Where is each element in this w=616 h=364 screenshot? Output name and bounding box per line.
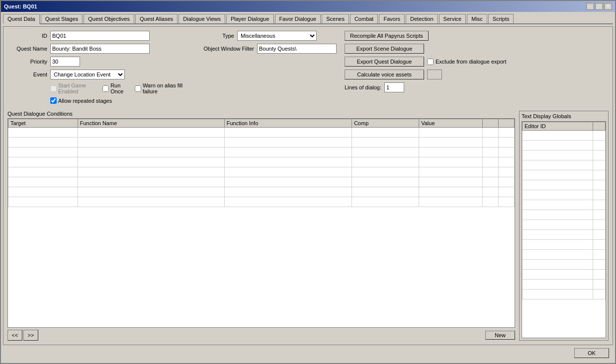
next-next-button[interactable]: >> bbox=[23, 330, 38, 341]
col-function-name: Function Name bbox=[78, 119, 224, 128]
start-game-enabled-item: Start Game Enabled bbox=[50, 82, 96, 94]
new-condition-button[interactable]: New bbox=[485, 331, 515, 340]
left-form: ID Quest Name Priority Eve bbox=[7, 31, 186, 107]
bottom-panel: Quest Dialogue Conditions Target Functio… bbox=[7, 111, 609, 341]
col-target: Target bbox=[8, 119, 78, 128]
table-row bbox=[8, 157, 515, 167]
table-row bbox=[8, 187, 515, 197]
export-scene-dialogue-button[interactable]: Export Scene Dialogue bbox=[345, 44, 424, 54]
type-row: Type Miscellaneous bbox=[194, 31, 337, 41]
title-bar: Quest: BQ01 ─ □ ✕ bbox=[1, 1, 615, 12]
allow-repeated-checkbox[interactable] bbox=[50, 97, 57, 104]
table-row bbox=[523, 230, 606, 240]
tab-scenes[interactable]: Scenes bbox=[322, 14, 349, 23]
table-row bbox=[523, 141, 606, 150]
ok-button[interactable]: OK bbox=[574, 348, 609, 358]
tab-favors[interactable]: Favors bbox=[379, 14, 405, 23]
ok-row: OK bbox=[3, 345, 613, 361]
calculate-voice-button[interactable]: Calculate voice assets bbox=[345, 70, 424, 79]
prev-prev-button[interactable]: << bbox=[7, 330, 22, 341]
exclude-row: Exclude from dialogue export bbox=[427, 59, 506, 65]
table-row bbox=[523, 290, 606, 299]
text-display-table-container: Editor ID bbox=[522, 121, 606, 338]
main-window: Quest: BQ01 ─ □ ✕ Quest Data Quest Stage… bbox=[0, 0, 616, 364]
tab-combat[interactable]: Combat bbox=[350, 14, 378, 23]
start-game-enabled-label: Start Game Enabled bbox=[58, 82, 96, 94]
event-row: Event Change Location Event bbox=[7, 70, 186, 79]
start-game-enabled-checkbox[interactable] bbox=[50, 85, 57, 92]
exclude-dialogue-checkbox[interactable] bbox=[427, 59, 434, 65]
tab-misc[interactable]: Misc bbox=[467, 14, 487, 23]
table-row bbox=[523, 260, 606, 270]
text-display-table: Editor ID bbox=[522, 122, 606, 299]
table-row bbox=[523, 170, 606, 180]
export-quest-dialogue-button[interactable]: Export Quest Dialogue bbox=[345, 57, 424, 67]
window-title: Quest: BQ01 bbox=[4, 3, 37, 9]
conditions-table: Target Function Name Function Info Comp … bbox=[8, 119, 515, 207]
tab-bar: Quest Data Quest Stages Quest Objectives… bbox=[3, 14, 613, 24]
conditions-table-container: Target Function Name Function Info Comp … bbox=[7, 118, 515, 328]
table-row bbox=[523, 210, 606, 220]
form-section: ID Quest Name Priority Eve bbox=[7, 31, 609, 107]
table-row bbox=[523, 180, 606, 190]
lines-of-dialog-field[interactable] bbox=[384, 82, 404, 92]
table-row bbox=[523, 200, 606, 210]
minimize-button[interactable]: ─ bbox=[586, 3, 594, 10]
run-once-checkbox[interactable] bbox=[102, 85, 109, 92]
window-controls: ─ □ ✕ bbox=[586, 3, 612, 10]
table-actions: << >> New bbox=[7, 330, 515, 341]
table-row bbox=[523, 250, 606, 260]
quest-name-field[interactable] bbox=[50, 44, 150, 54]
type-label: Type bbox=[194, 33, 234, 39]
exclude-dialogue-label: Exclude from dialogue export bbox=[436, 59, 506, 65]
table-row bbox=[8, 177, 515, 187]
tab-quest-data[interactable]: Quest Data bbox=[3, 14, 40, 24]
col-extra2 bbox=[499, 119, 515, 128]
allow-repeated-label: Allow repeated stages bbox=[58, 98, 112, 104]
tab-player-dialogue[interactable]: Player Dialogue bbox=[226, 14, 274, 23]
mid-form: Type Miscellaneous Object Window Filter bbox=[194, 31, 337, 107]
warn-alias-label: Warn on alias fill failure bbox=[143, 82, 186, 94]
tab-quest-objectives[interactable]: Quest Objectives bbox=[84, 14, 134, 23]
event-dropdown[interactable]: Change Location Event bbox=[50, 70, 125, 79]
tab-favor-dialogue[interactable]: Favor Dialogue bbox=[275, 14, 321, 23]
priority-row: Priority bbox=[7, 57, 186, 67]
table-row bbox=[8, 128, 515, 138]
id-row: ID bbox=[7, 31, 186, 41]
type-dropdown[interactable]: Miscellaneous bbox=[237, 31, 317, 41]
tab-quest-aliases[interactable]: Quest Aliases bbox=[135, 14, 177, 23]
tab-service[interactable]: Service bbox=[439, 14, 466, 23]
table-row bbox=[523, 220, 606, 230]
event-label: Event bbox=[7, 72, 47, 77]
warn-alias-checkbox[interactable] bbox=[135, 85, 141, 92]
run-once-label: Run Once bbox=[110, 82, 129, 94]
col-extra1 bbox=[483, 119, 499, 128]
col-comp: Comp bbox=[352, 119, 419, 128]
table-row bbox=[523, 280, 606, 290]
col-editor-id: Editor ID bbox=[523, 122, 593, 131]
quest-name-label: Quest Name bbox=[7, 46, 47, 52]
id-label: ID bbox=[7, 33, 47, 39]
recompile-papyrus-button[interactable]: Recompile All Papyrus Scripts bbox=[345, 31, 429, 41]
id-field[interactable] bbox=[50, 31, 150, 41]
allow-repeated-row: Allow repeated stages bbox=[50, 97, 186, 104]
priority-field[interactable] bbox=[50, 57, 80, 67]
object-window-filter-label: Object Window Filter bbox=[194, 46, 254, 52]
quest-name-row: Quest Name bbox=[7, 44, 186, 54]
close-button[interactable]: ✕ bbox=[604, 3, 612, 10]
tab-quest-stages[interactable]: Quest Stages bbox=[41, 14, 83, 23]
tab-detection[interactable]: Detection bbox=[406, 14, 438, 23]
table-row bbox=[8, 197, 515, 207]
checkboxes-row: Start Game Enabled Run Once Warn on alia… bbox=[50, 82, 186, 94]
object-window-filter-field[interactable] bbox=[257, 44, 337, 54]
table-row bbox=[523, 160, 606, 170]
table-row bbox=[8, 167, 515, 177]
lines-of-dialog-label: Lines of dialog: bbox=[345, 84, 381, 90]
warn-alias-item: Warn on alias fill failure bbox=[135, 82, 186, 94]
window-content: Quest Data Quest Stages Quest Objectives… bbox=[1, 12, 615, 363]
conditions-area: Quest Dialogue Conditions Target Functio… bbox=[7, 111, 515, 341]
tab-scripts[interactable]: Scripts bbox=[488, 14, 514, 23]
table-row bbox=[523, 270, 606, 280]
maximize-button[interactable]: □ bbox=[595, 3, 603, 10]
tab-dialogue-views[interactable]: Dialogue Views bbox=[178, 14, 225, 23]
